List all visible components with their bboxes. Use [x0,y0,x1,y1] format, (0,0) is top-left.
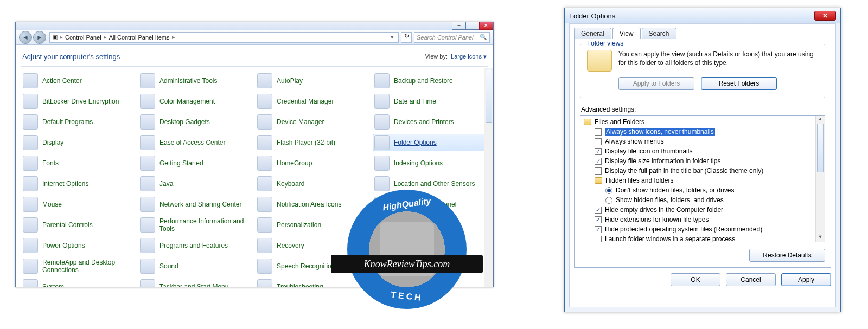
cp-item-power-options[interactable]: Power Options [21,237,136,254]
tree-label: Hide extensions for known file types [605,216,709,223]
cp-item-user-accounts[interactable]: User Accounts [373,278,488,287]
forward-button[interactable]: ► [33,31,46,44]
cp-item-label: Performance Information and Tools [159,217,250,233]
cp-item-homegroup[interactable]: HomeGroup [256,154,371,172]
checkbox[interactable]: ✓ [595,207,602,214]
tree-check-hide-extensions-for-known-file-types[interactable]: ✓Hide extensions for known file types [580,215,815,224]
cp-item-nvidia-control-panel[interactable]: NVIDIA Control Panel [373,196,488,213]
tab-view[interactable]: View [612,28,641,39]
search-input[interactable]: Search Control Panel 🔍 [414,32,490,43]
cp-item-troubleshooting[interactable]: Troubleshooting [256,278,371,287]
cp-item-indexing-options[interactable]: Indexing Options [373,154,488,172]
cp-item-java[interactable]: Java [138,175,253,192]
checkbox[interactable] [595,128,602,136]
checkbox[interactable] [595,167,602,175]
cp-item-autoplay[interactable]: AutoPlay [256,72,371,89]
cp-item-label: Sound [159,262,178,270]
tree-check-display-file-size-information-in-folder-[interactable]: ✓Display file size information in folder… [580,156,815,166]
checkbox[interactable]: ✓ [595,216,602,223]
fo-titlebar[interactable]: Folder Options ✕ [565,8,840,23]
cp-item-label: Programs and Features [159,242,228,249]
tree-check-always-show-icons-never-thumbnails[interactable]: Always show icons, never thumbnails [580,127,815,137]
cp-item-performance-information-and-tools[interactable]: Performance Information and Tools [138,216,253,234]
cp-item-backup-and-restore[interactable]: Backup and Restore [373,72,488,89]
maximize-button[interactable]: □ [465,22,480,30]
cp-item-sound[interactable]: Sound [138,257,253,275]
cp-item-taskbar-and-start-menu[interactable]: Taskbar and Start Menu [138,278,253,287]
tree-check-display-the-full-path-in-the-title-bar-c[interactable]: Display the full path in the title bar (… [580,166,815,176]
tree-check-hide-protected-operating-system-files-re[interactable]: ✓Hide protected operating system files (… [580,224,815,234]
cp-item-folder-options[interactable]: Folder Options [373,134,488,151]
cp-item-bitlocker-drive-encryption[interactable]: BitLocker Drive Encryption [21,93,136,110]
cp-item-icon [140,176,155,191]
tree-check-launch-folder-windows-in-a-separate-proc[interactable]: Launch folder windows in a separate proc… [580,234,815,242]
cp-item-desktop-gadgets[interactable]: Desktop Gadgets [138,113,253,131]
cp-item-keyboard[interactable]: Keyboard [256,175,371,192]
tab-search[interactable]: Search [642,28,676,39]
cp-item-remoteapp-and-desktop-connections[interactable]: RemoteApp and Desktop Connections [21,257,136,275]
cp-item-credential-manager[interactable]: Credential Manager [256,93,371,110]
checkbox[interactable] [595,236,602,242]
cp-item-flash-player-32-bit-[interactable]: Flash Player (32-bit) [256,134,371,151]
cp-item-label: Taskbar and Start Menu [159,283,228,287]
tab-general[interactable]: General [574,28,611,39]
reset-folders-button[interactable]: Reset Folders [701,77,777,90]
close-button[interactable]: ✕ [479,22,493,30]
radio[interactable] [605,187,612,194]
close-button[interactable]: ✕ [814,11,836,21]
cp-item-ease-of-access-center[interactable]: Ease of Access Center [138,134,253,151]
ok-button[interactable]: OK [671,273,720,286]
cp-item-network-and-sharing-center[interactable]: Network and Sharing Center [138,196,253,213]
cp-item-notification-area-icons[interactable]: Notification Area Icons [256,196,371,213]
cp-item-region-and-language[interactable]: Region and Language [373,237,488,254]
checkbox[interactable]: ✓ [595,226,602,233]
breadcrumb-2[interactable]: All Control Panel Items [109,34,170,41]
checkbox[interactable]: ✓ [595,148,602,155]
cp-item-personalization[interactable]: Personalization [256,216,371,234]
checkbox[interactable] [595,138,602,145]
cp-item-getting-started[interactable]: Getting Started [138,154,253,172]
viewby-dropdown[interactable]: Large icons ▾ [451,53,487,60]
tree-radio-don-t-show-hidden-files-folders-or-drive[interactable]: Don't show hidden files, folders, or dri… [580,185,815,195]
advanced-scrollbar[interactable]: ▲▼ [815,116,825,242]
apply-to-folders-button[interactable]: Apply to Folders [618,77,694,90]
cp-scrollbar[interactable] [484,68,493,287]
cp-item-programs-and-features[interactable]: Programs and Features [138,237,253,254]
cp-item-action-center[interactable]: Action Center [21,72,136,89]
cp-item-display[interactable]: Display [21,134,136,151]
cp-item-date-and-time[interactable]: Date and Time [373,93,488,110]
cp-item-internet-options[interactable]: Internet Options [21,175,136,192]
restore-defaults-button[interactable]: Restore Defaults [749,249,825,262]
breadcrumb[interactable]: ▣▸ Control Panel ▸ All Control Panel Ite… [49,32,399,43]
cp-item-phone-and-modem[interactable]: Phone and Modem [373,216,488,234]
cp-item-color-management[interactable]: Color Management [138,93,253,110]
cp-item-administrative-tools[interactable]: Administrative Tools [138,72,253,89]
cp-titlebar[interactable]: – □ ✕ [16,22,493,30]
cp-item-label: Java [159,180,173,188]
cp-item-location-and-other-sensors[interactable]: Location and Other Sensors [373,175,488,192]
cp-item-mouse[interactable]: Mouse [21,196,136,213]
cancel-button[interactable]: Cancel [726,273,776,286]
breadcrumb-1[interactable]: Control Panel [65,34,101,41]
cp-item-fonts[interactable]: Fonts [21,154,136,172]
radio[interactable] [605,197,612,204]
cp-item-default-programs[interactable]: Default Programs [21,113,136,131]
tree-check-display-file-icon-on-thumbnails[interactable]: ✓Display file icon on thumbnails [580,146,815,156]
cp-item-sync-center[interactable]: Sync Center [373,257,488,275]
cp-item-device-manager[interactable]: Device Manager [256,113,371,131]
refresh-button[interactable]: ↻ [401,32,412,43]
cp-item-recovery[interactable]: Recovery [256,237,371,254]
tree-label: Files and Folders [595,118,644,126]
cp-item-devices-and-printers[interactable]: Devices and Printers [373,113,488,131]
back-button[interactable]: ◄ [19,31,32,44]
tree-radio-show-hidden-files-folders-and-drives[interactable]: Show hidden files, folders, and drives [580,195,815,205]
cp-item-parental-controls[interactable]: Parental Controls [21,216,136,234]
apply-button[interactable]: Apply [781,273,831,286]
tree-check-always-show-menus[interactable]: Always show menus [580,137,815,146]
cp-item-label: AutoPlay [277,77,303,85]
minimize-button[interactable]: – [452,22,466,30]
cp-item-speech-recognition[interactable]: Speech Recognition [256,257,371,275]
tree-check-hide-empty-drives-in-the-computer-folder[interactable]: ✓Hide empty drives in the Computer folde… [580,205,815,215]
checkbox[interactable]: ✓ [595,158,602,165]
cp-item-system[interactable]: System [21,278,136,287]
